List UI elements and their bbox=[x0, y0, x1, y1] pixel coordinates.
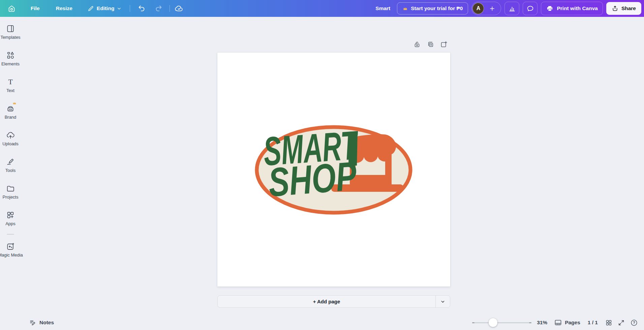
sidebar-item-label: Magic Media bbox=[0, 252, 23, 258]
sidebar-item-templates[interactable]: Templates bbox=[0, 20, 21, 47]
smart-shop-logo[interactable]: SMART SHOP bbox=[254, 125, 413, 216]
fullscreen-icon[interactable] bbox=[618, 319, 625, 326]
grid-view-icon[interactable] bbox=[605, 319, 612, 326]
zoom-slider-max-tick bbox=[529, 322, 531, 323]
add-page-icon[interactable] bbox=[440, 40, 448, 48]
print-with-canva-label: Print with Canva bbox=[557, 5, 597, 11]
logo-text: SMART SHOP bbox=[262, 125, 360, 205]
crown-badge-icon bbox=[12, 101, 17, 106]
sidebar-item-label: Tools bbox=[5, 168, 16, 173]
printer-icon bbox=[546, 5, 554, 12]
account-pill: A bbox=[471, 2, 501, 15]
sidebar-item-uploads[interactable]: Uploads bbox=[0, 127, 21, 153]
add-page-bar: + Add page bbox=[217, 295, 450, 308]
editing-mode-button[interactable]: Editing bbox=[85, 5, 124, 12]
text-icon: T bbox=[6, 78, 15, 86]
sidebar-item-text[interactable]: T Text bbox=[0, 73, 21, 100]
templates-icon bbox=[6, 24, 15, 33]
redo-button[interactable] bbox=[153, 4, 164, 13]
comment-bubble-icon bbox=[526, 5, 534, 12]
top-toolbar: File Resize Editing bbox=[0, 0, 644, 17]
page-controls bbox=[413, 40, 448, 48]
start-trial-label: Start your trial for ₱0 bbox=[411, 5, 463, 11]
folder-icon bbox=[6, 184, 15, 193]
toolbar-divider bbox=[170, 5, 170, 12]
share-upload-icon bbox=[612, 5, 618, 12]
undo-icon bbox=[138, 5, 146, 12]
zoom-percent[interactable]: 31% bbox=[537, 320, 547, 326]
design-title[interactable]: Smart bbox=[375, 5, 390, 11]
pages-icon bbox=[554, 319, 562, 327]
sidebar-item-brand[interactable]: co Brand bbox=[0, 100, 21, 127]
zoom-slider-min-tick bbox=[472, 322, 474, 323]
notes-label: Notes bbox=[39, 320, 54, 326]
svg-text:co: co bbox=[9, 108, 12, 111]
chevron-down-icon bbox=[440, 299, 446, 304]
resize-label: Resize bbox=[56, 5, 72, 11]
notes-icon bbox=[29, 319, 36, 326]
magic-media-icon bbox=[6, 242, 15, 251]
share-label: Share bbox=[621, 5, 636, 11]
home-icon bbox=[7, 4, 16, 13]
zoom-slider-thumb[interactable] bbox=[489, 318, 497, 327]
avatar[interactable]: A bbox=[472, 3, 484, 14]
sidebar-item-magic-media[interactable]: Magic Media bbox=[0, 238, 21, 265]
sidebar-item-projects[interactable]: Projects bbox=[0, 180, 21, 207]
file-menu-button[interactable]: File bbox=[29, 5, 42, 12]
editing-mode-label: Editing bbox=[97, 5, 115, 11]
duplicate-page-icon[interactable] bbox=[427, 40, 434, 48]
sidebar-item-apps[interactable]: Apps bbox=[0, 207, 21, 233]
status-bar: Notes 31% Pages 1 / 1 bbox=[0, 315, 644, 330]
pages-button[interactable]: Pages bbox=[554, 319, 580, 327]
canva-editor: File Resize Editing bbox=[0, 0, 644, 330]
toolbar-divider bbox=[130, 5, 130, 12]
help-icon[interactable]: ? bbox=[630, 319, 638, 327]
svg-text:?: ? bbox=[633, 321, 635, 325]
page-indicator: 1 / 1 bbox=[588, 320, 598, 326]
sidebar-item-tools[interactable]: Tools bbox=[0, 153, 21, 180]
bar-chart-icon bbox=[508, 5, 516, 12]
avatar-initial: A bbox=[477, 5, 481, 11]
add-member-button[interactable] bbox=[487, 5, 497, 12]
notes-button[interactable]: Notes bbox=[29, 319, 54, 326]
resize-button[interactable]: Resize bbox=[54, 5, 74, 12]
comments-button[interactable] bbox=[523, 2, 538, 15]
design-page[interactable]: SMART SHOP bbox=[217, 53, 450, 287]
svg-text:T: T bbox=[8, 78, 12, 86]
logo-word-2: SHOP bbox=[267, 153, 358, 205]
add-page-button[interactable]: + Add page bbox=[218, 296, 435, 307]
home-button[interactable] bbox=[5, 4, 18, 13]
unlock-icon[interactable] bbox=[413, 40, 421, 48]
sidebar-item-label: Elements bbox=[1, 61, 20, 66]
apps-grid-icon bbox=[6, 211, 15, 219]
upload-cloud-icon bbox=[6, 131, 15, 140]
zoom-slider[interactable] bbox=[472, 318, 531, 327]
pencil-icon bbox=[87, 5, 94, 12]
sidebar-divider bbox=[7, 234, 14, 235]
sidebar-rail: Templates Elements T Text bbox=[0, 17, 21, 265]
crown-icon bbox=[402, 6, 408, 11]
sidebar-item-elements[interactable]: Elements bbox=[0, 47, 21, 73]
status-bar-right: 31% Pages 1 / 1 bbox=[472, 318, 644, 327]
sidebar-item-label: Text bbox=[6, 88, 14, 93]
print-with-canva-button[interactable]: Print with Canva bbox=[541, 2, 603, 15]
sidebar-item-label: Brand bbox=[5, 115, 17, 120]
toolbar-right-group: Smart Start your trial for ₱0 A bbox=[375, 2, 644, 15]
insights-button[interactable] bbox=[504, 2, 519, 15]
plus-icon bbox=[489, 5, 495, 12]
file-menu-label: File bbox=[31, 5, 40, 11]
share-button[interactable]: Share bbox=[606, 2, 641, 15]
pen-tools-icon bbox=[6, 157, 15, 166]
sidebar-item-label: Templates bbox=[0, 35, 20, 40]
redo-icon bbox=[155, 5, 162, 12]
undo-button[interactable] bbox=[136, 4, 148, 13]
start-trial-button[interactable]: Start your trial for ₱0 bbox=[397, 2, 468, 14]
sidebar-item-label: Uploads bbox=[2, 141, 19, 146]
zoom-slider-track[interactable] bbox=[472, 322, 531, 323]
toolbar-left-group: File Resize Editing bbox=[0, 4, 183, 13]
add-page-more-button[interactable] bbox=[435, 296, 450, 307]
sidebar-item-label: Projects bbox=[3, 194, 19, 200]
add-page-label: + Add page bbox=[313, 299, 340, 304]
cloud-saved-icon bbox=[175, 4, 183, 13]
elements-icon bbox=[6, 51, 15, 60]
